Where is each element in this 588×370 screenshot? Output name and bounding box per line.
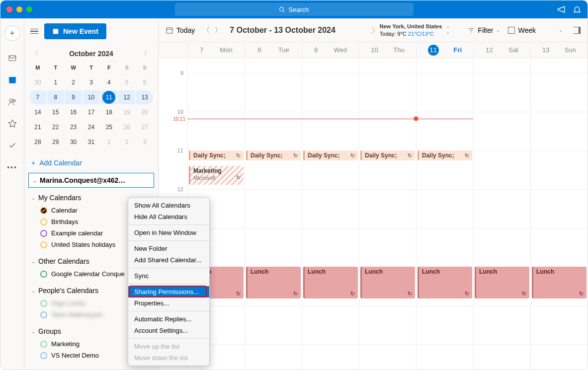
mini-cal-day[interactable]: 18 [102, 105, 116, 119]
menu-item[interactable]: Add Shared Calendar... [128, 254, 209, 266]
event-daily-sync[interactable]: Daily Sync;↻ [303, 150, 358, 160]
today-button[interactable]: Today [166, 26, 195, 34]
hamburger-icon[interactable] [30, 29, 38, 34]
menu-item[interactable]: Sync [128, 270, 209, 282]
mini-cal-day[interactable]: 4 [102, 75, 116, 89]
day-column-header[interactable]: 9Wed [302, 42, 359, 58]
people-icon[interactable] [7, 97, 17, 107]
day-column-header[interactable]: 7Mon [187, 42, 245, 58]
new-event-button[interactable]: New Event [44, 23, 106, 39]
day-column-header[interactable]: 10Thu [359, 42, 416, 58]
mini-cal-day[interactable]: 7 [29, 90, 46, 104]
mini-cal-day[interactable]: 2 [67, 75, 81, 89]
mini-cal-day[interactable]: 27 [138, 120, 152, 134]
mini-cal-day[interactable]: 5 [120, 75, 134, 89]
megaphone-icon[interactable] [557, 5, 566, 14]
chevron-down-icon: ⌄ [559, 27, 563, 33]
mini-cal-day[interactable]: 15 [49, 105, 63, 119]
menu-item[interactable]: Show All Calendars [128, 200, 209, 211]
rail-new-button[interactable]: + [4, 25, 20, 41]
mini-cal-day[interactable]: 11 [100, 90, 117, 104]
account-row[interactable]: ⌄ Marina.Conquest@x462… [28, 173, 154, 188]
menu-item[interactable]: Hide All Calendars [128, 211, 209, 222]
mini-cal-day[interactable]: 21 [31, 120, 45, 134]
mini-cal-day[interactable]: 2 [120, 135, 134, 149]
search-input[interactable]: Search [175, 3, 414, 16]
mini-cal-day[interactable]: 3 [84, 75, 98, 89]
day-column-header[interactable]: 12Sat [473, 42, 530, 58]
time-label: 11 [177, 148, 183, 153]
event-lunch[interactable]: Lunch↻ [303, 267, 358, 298]
calendar-item-label: United States holidays [51, 241, 115, 248]
calendar-icon[interactable] [7, 75, 17, 85]
more-icon[interactable]: ••• [7, 162, 17, 172]
view-button[interactable]: Week ⌄ [508, 26, 563, 34]
day-column[interactable]: Lunch↻ [530, 58, 588, 370]
split-view-icon[interactable] [574, 27, 581, 34]
window-close[interactable] [6, 6, 12, 12]
window-zoom[interactable] [26, 6, 32, 12]
mini-cal-day[interactable]: 17 [84, 105, 98, 119]
mini-cal-day[interactable]: 10 [83, 90, 100, 104]
event-marketing[interactable]: MarketingMicrosoft↻ [189, 166, 244, 185]
mini-cal-day[interactable]: 22 [49, 120, 63, 134]
menu-item[interactable]: New Folder [128, 243, 209, 254]
menu-item[interactable]: Properties... [128, 297, 209, 309]
menu-item[interactable]: Account Settings... [128, 325, 209, 336]
bell-icon[interactable] [573, 5, 582, 14]
menu-item[interactable]: Open in New Window [128, 227, 209, 238]
mini-cal-day[interactable]: 13 [136, 90, 153, 104]
mini-cal-prev[interactable]: 〈 [32, 49, 38, 58]
day-column-header[interactable]: 13Sun [530, 42, 588, 58]
mini-cal-day[interactable]: 1 [49, 75, 63, 89]
event-lunch[interactable]: Lunch↻ [475, 267, 529, 298]
mini-cal-day[interactable]: 25 [102, 120, 116, 134]
mini-cal-day[interactable]: 24 [84, 120, 98, 134]
mini-cal-day[interactable]: 23 [67, 120, 81, 134]
mini-cal-day[interactable]: 30 [31, 75, 45, 89]
day-column-header[interactable]: 11Fri [416, 42, 473, 58]
event-lunch[interactable]: Lunch↻ [418, 267, 472, 298]
window-minimize[interactable] [16, 6, 22, 12]
day-column[interactable]: Daily Sync;↻Lunch↻ [245, 58, 302, 370]
mini-cal-day[interactable]: 20 [138, 105, 152, 119]
mini-cal-day[interactable]: 19 [120, 105, 134, 119]
menu-item[interactable]: Automatic Replies... [128, 313, 209, 325]
event-lunch[interactable]: Lunch↻ [360, 267, 415, 298]
mini-cal-day[interactable]: 8 [47, 90, 64, 104]
mini-cal-day[interactable]: 26 [120, 120, 134, 134]
add-calendar-button[interactable]: + Add Calendar [24, 154, 158, 172]
day-column[interactable]: Lunch↻ [473, 58, 530, 370]
mini-cal-day[interactable]: 1 [102, 135, 116, 149]
event-lunch[interactable]: Lunch↻ [532, 267, 587, 298]
mini-cal-day[interactable]: 12 [118, 90, 135, 104]
day-column[interactable]: Daily Sync;↻Lunch↻ [416, 58, 473, 370]
day-column-header[interactable]: 8Tue [245, 42, 302, 58]
event-lunch[interactable]: Lunch↻ [246, 267, 301, 298]
event-daily-sync[interactable]: Daily Sync;↻ [418, 150, 472, 160]
prev-week-button[interactable]: 〈 [203, 26, 210, 35]
menu-item[interactable]: Sharing Permissions... [128, 286, 209, 297]
mini-cal-day[interactable]: 16 [67, 105, 81, 119]
mini-cal-day[interactable]: 31 [84, 135, 98, 149]
event-daily-sync[interactable]: Daily Sync;↻ [189, 150, 244, 160]
mail-icon[interactable] [7, 53, 17, 63]
todo-icon[interactable] [7, 141, 17, 150]
calendar-grid[interactable]: 910111213141510:11 Daily Sync;↻Marketing… [159, 58, 588, 370]
filter-button[interactable]: Filter ⌄ [468, 26, 500, 34]
mini-cal-day[interactable]: 30 [67, 135, 81, 149]
day-column[interactable]: Daily Sync;↻Lunch↻ [359, 58, 416, 370]
mini-cal-next[interactable]: 〉 [144, 49, 150, 58]
weather-widget[interactable]: ☽ New York, United States Today: 9°C 21°… [368, 23, 450, 37]
mini-cal-day[interactable]: 14 [31, 105, 45, 119]
star-icon[interactable] [7, 119, 17, 129]
mini-cal-day[interactable]: 29 [49, 135, 63, 149]
mini-cal-day[interactable]: 28 [31, 135, 45, 149]
mini-cal-day[interactable]: 6 [138, 75, 152, 89]
mini-cal-day[interactable]: 3 [138, 135, 152, 149]
event-daily-sync[interactable]: Daily Sync;↻ [360, 150, 415, 160]
mini-cal-day[interactable]: 9 [65, 90, 82, 104]
day-column[interactable]: Daily Sync;↻Lunch↻ [302, 58, 359, 370]
event-daily-sync[interactable]: Daily Sync;↻ [246, 150, 301, 160]
next-week-button[interactable]: 〉 [215, 26, 222, 35]
